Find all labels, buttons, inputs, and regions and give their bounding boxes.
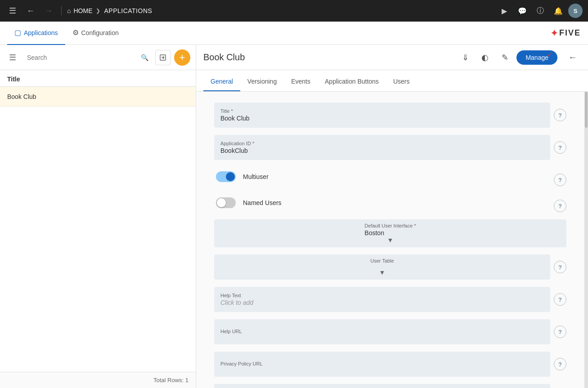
- edit-icon[interactable]: ✎: [497, 49, 513, 66]
- five-logo: ✦ FIVE: [550, 27, 581, 39]
- forward-nav-icon[interactable]: →: [41, 4, 56, 18]
- help-text-help-icon[interactable]: ?: [554, 293, 566, 306]
- help-text-value: Click to add: [220, 299, 544, 306]
- named-users-help-icon[interactable]: ?: [554, 200, 566, 212]
- form-inner: Title * Book Club ? Application ID * Boo…: [196, 103, 584, 388]
- help-circle-icon[interactable]: ⓘ: [532, 3, 548, 19]
- close-back-icon[interactable]: ←: [565, 49, 581, 66]
- toggle-wrap-named-users: Named Users: [214, 197, 550, 208]
- multiuser-toggle[interactable]: [216, 171, 236, 182]
- field-box-default-ui[interactable]: Default User Interface * Boston ▼: [214, 219, 566, 247]
- hamburger-menu-icon[interactable]: ☰: [5, 4, 20, 18]
- application-id-help-icon[interactable]: ?: [554, 141, 566, 154]
- tab-applications[interactable]: ▢ Applications: [7, 22, 65, 45]
- field-wrap-help-text: Help Text Click to add: [214, 287, 550, 312]
- field-box-user-table[interactable]: User Table ▼: [214, 254, 550, 280]
- configuration-tab-icon: ⚙: [72, 28, 79, 37]
- home-label: HOME: [73, 7, 92, 14]
- tab-application-buttons-label: Application Buttons: [325, 78, 379, 85]
- named-users-toggle-knob: [217, 198, 226, 207]
- title-help-icon[interactable]: ?: [554, 109, 566, 121]
- tab-events[interactable]: Events: [284, 78, 318, 91]
- total-rows-label: Total Rows: 1: [153, 377, 189, 384]
- multiuser-toggle-knob: [226, 172, 235, 181]
- help-text-label: Help Text: [220, 293, 544, 298]
- title-field-value: Book Club: [220, 115, 544, 122]
- left-panel: ☰ 🔍 + Title Book Club Total Rows:: [0, 45, 196, 388]
- field-box-help-url[interactable]: Help URL: [214, 319, 550, 344]
- list-item[interactable]: Book Club: [0, 87, 196, 107]
- field-row-help-text: Help Text Click to add ?: [214, 287, 566, 312]
- default-ui-dropdown-arrow: ▼: [387, 236, 394, 244]
- nav-chevron-icon: ❯: [96, 8, 100, 14]
- multiuser-help-icon[interactable]: ?: [554, 174, 566, 186]
- field-row-multiuser: Multiuser ?: [214, 167, 566, 186]
- search-icon[interactable]: 🔍: [137, 50, 152, 65]
- tab-configuration[interactable]: ⚙ Configuration: [65, 22, 126, 45]
- field-wrap-application-id: Application ID * BookClub: [214, 135, 550, 160]
- add-button[interactable]: +: [174, 49, 190, 66]
- tab-general[interactable]: General: [203, 78, 240, 91]
- help-url-label: Help URL: [220, 329, 544, 334]
- back-nav-icon[interactable]: ←: [23, 4, 38, 18]
- named-users-label: Named Users: [243, 199, 282, 206]
- applications-tab-icon: ▢: [14, 28, 21, 37]
- history-icon[interactable]: ◐: [477, 49, 493, 66]
- list-item-label: Book Club: [7, 93, 36, 100]
- applications-nav-label: APPLICATIONS: [104, 7, 152, 14]
- field-box-license-agreement[interactable]: License Agreement Click to add: [214, 384, 550, 388]
- record-title: Book Club: [203, 52, 452, 62]
- title-field-label: Title *: [220, 108, 544, 114]
- scrollbar-thumb: [585, 92, 588, 128]
- field-box-help-text[interactable]: Help Text Click to add: [214, 287, 550, 312]
- tab-users[interactable]: Users: [386, 78, 417, 91]
- search-input-wrap: [23, 50, 134, 65]
- named-users-toggle[interactable]: [216, 197, 236, 208]
- default-ui-value: Boston: [364, 229, 416, 236]
- export-icon[interactable]: [155, 50, 171, 65]
- field-row-help-url: Help URL ?: [214, 319, 566, 344]
- field-row-user-table: User Table ▼ ?: [214, 254, 566, 280]
- right-header-actions: ⇓ ◐ ✎ Manage ↑ ←: [457, 49, 581, 66]
- play-icon[interactable]: ▶: [496, 3, 512, 19]
- download-icon[interactable]: ⇓: [457, 49, 473, 66]
- home-nav-item[interactable]: ⌂ HOME: [67, 7, 92, 14]
- content-tabs: General Versioning Events Application Bu…: [196, 70, 588, 92]
- chat-icon[interactable]: 💬: [514, 3, 530, 19]
- tab-application-buttons[interactable]: Application Buttons: [318, 78, 386, 91]
- tab-applications-label: Applications: [24, 29, 58, 36]
- user-table-help-icon[interactable]: ?: [554, 261, 566, 273]
- toggle-wrap-multiuser: Multiuser: [214, 171, 550, 182]
- field-row-privacy-policy: Privacy Policy URL ?: [214, 352, 566, 377]
- default-ui-label: Default User Interface *: [364, 223, 416, 228]
- field-wrap-license-agreement: License Agreement Click to add: [214, 384, 550, 388]
- application-id-label: Application ID *: [220, 141, 544, 146]
- field-row-application-id: Application ID * BookClub ?: [214, 135, 566, 160]
- field-row-license-agreement: License Agreement Click to add ?: [214, 384, 566, 388]
- privacy-policy-label: Privacy Policy URL: [220, 361, 544, 366]
- list-footer: Total Rows: 1: [0, 372, 196, 388]
- tab-versioning[interactable]: Versioning: [240, 78, 284, 91]
- manage-button[interactable]: Manage: [516, 50, 557, 65]
- notifications-icon[interactable]: 🔔: [550, 3, 566, 19]
- nav-separator: [61, 6, 62, 15]
- field-row-default-ui: Default User Interface * Boston ▼: [214, 219, 566, 247]
- field-box-title[interactable]: Title * Book Club: [214, 103, 550, 128]
- tab-versioning-label: Versioning: [247, 78, 277, 85]
- field-box-privacy-policy[interactable]: Privacy Policy URL: [214, 352, 550, 377]
- search-input[interactable]: [23, 50, 134, 65]
- list-view-icon[interactable]: ☰: [5, 50, 20, 65]
- right-scrollbar[interactable]: [584, 92, 588, 388]
- field-box-application-id[interactable]: Application ID * BookClub: [214, 135, 550, 160]
- multiuser-label: Multiuser: [243, 173, 269, 180]
- privacy-policy-help-icon[interactable]: ?: [554, 358, 566, 370]
- nav-right-actions: ▶ 💬 ⓘ 🔔 S: [496, 3, 583, 19]
- search-bar: ☰ 🔍 +: [0, 45, 196, 70]
- tab-configuration-label: Configuration: [81, 29, 119, 36]
- field-wrap-user-table: User Table ▼: [214, 254, 550, 280]
- user-avatar[interactable]: S: [568, 4, 583, 18]
- five-logo-star-icon: ✦: [550, 27, 558, 39]
- help-url-help-icon[interactable]: ?: [554, 326, 566, 338]
- field-wrap-default-ui: Default User Interface * Boston ▼: [214, 219, 566, 247]
- right-header: Book Club ⇓ ◐ ✎ Manage ↑ ←: [196, 45, 588, 70]
